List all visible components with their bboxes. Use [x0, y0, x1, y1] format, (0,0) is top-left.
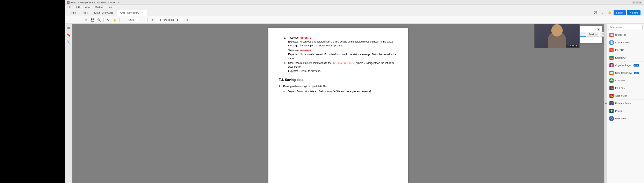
tools-icon-button[interactable]: ⊞	[184, 17, 190, 23]
toolbar-separator-4	[148, 18, 148, 22]
tool-more-tools[interactable]: ⚙️ More Tools	[607, 115, 644, 122]
organize-pages-icon: 📋	[610, 63, 614, 67]
tool-send-for-review[interactable]: ✉️ Send for Review NEW	[607, 69, 644, 77]
cursor-tool-button[interactable]: ↖	[105, 17, 111, 23]
comment-icon: 💬	[610, 78, 614, 83]
item-c-label: Test case:	[288, 49, 300, 52]
tool-adobe-sign[interactable]: ✍️ Adobe Sign	[607, 92, 644, 100]
next-page-button[interactable]: ⬇	[175, 17, 180, 23]
item-d-italic: {give more}	[288, 65, 301, 68]
attachment-panel-button[interactable]: 📎	[66, 39, 72, 45]
tab-igrad-guide[interactable]: iGrad - User Guide	[91, 10, 116, 16]
restore-button[interactable]: □	[636, 1, 638, 4]
prev-page-button[interactable]: ⬆	[149, 17, 155, 23]
collapse-arrow-icon: ◀	[605, 102, 606, 104]
item-c-expected: Expected: No module is deleted. Error de…	[288, 53, 396, 60]
thumbnail-panel-button[interactable]: ⊞	[66, 25, 72, 31]
item-b-content: Test case: delete 1 Expected: First modu…	[288, 36, 398, 48]
comment-label: Comment	[615, 79, 625, 82]
menu-edit[interactable]: Edit	[75, 5, 81, 9]
item-b-prefix: b.	[284, 36, 286, 48]
pdf-content: b. Test case: delete 1 Expected: First m…	[279, 36, 398, 94]
webcam-overlay: Xin Rei Ng	[534, 24, 580, 48]
item-c-code: delete 0	[300, 49, 312, 52]
menu-file[interactable]: File	[67, 5, 72, 9]
menu-help[interactable]: Help	[107, 5, 113, 9]
search-toolbar-button[interactable]: 🔍	[96, 17, 102, 23]
item-b-label: Test case:	[288, 36, 300, 39]
tool-enhance-scans[interactable]: 🔆 Enhance Scans	[607, 100, 644, 107]
tool-organize-pages[interactable]: 📋 Organize Pages NEW	[607, 62, 644, 69]
find-previous-button[interactable]: Previous	[587, 32, 599, 36]
enhance-scans-label: Enhance Scans	[615, 102, 631, 105]
back-button[interactable]: ←	[67, 17, 73, 23]
f3-sub-item-a: a. {explain how to simulate a missing/co…	[283, 90, 371, 93]
page-number-input[interactable]	[156, 18, 163, 22]
notification-button[interactable]: 🔔	[606, 10, 612, 16]
fill-sign-icon: ✒️	[610, 86, 614, 90]
find-next-button[interactable]: Next	[600, 32, 604, 36]
sign-in-button[interactable]: Sign In	[614, 10, 626, 15]
tool-combine-files[interactable]: 📑 Combine Files	[607, 39, 644, 46]
right-sidebar-collapse-handle[interactable]: ◀	[604, 24, 607, 183]
f3-item-1-text: Dealing with missing/corrupted data file…	[283, 85, 328, 88]
zoom-in-button[interactable]: +	[140, 17, 146, 23]
webcam-name-label: Xin Rei Ng	[568, 45, 578, 47]
more-tools-icon: ⚙️	[610, 116, 614, 121]
left-black-area	[0, 0, 65, 183]
share-button[interactable]: ↗ Share	[627, 10, 640, 15]
more-tools-label: More Tools	[615, 117, 626, 120]
close-button[interactable]: ✕	[639, 1, 642, 4]
tool-create-pdf[interactable]: 📄 Create PDF	[607, 31, 644, 39]
hand-tool-button[interactable]: ✋	[112, 17, 118, 23]
title-bar-left: A iGrad - Developer Guide - Adobe Acroba…	[67, 1, 120, 4]
item-c-prefix: c.	[284, 49, 286, 61]
tool-fill-sign[interactable]: ✒️ Fill & Sign	[607, 84, 644, 92]
comment-icon-button[interactable]: 💬	[592, 10, 598, 16]
f3-sub-a-text: {explain how to simulate a missing/corru…	[288, 90, 371, 93]
item-b-code: delete 1	[300, 36, 312, 39]
toolbar-separator-3	[119, 18, 120, 22]
menu-view[interactable]: View	[84, 5, 91, 9]
bookmark-panel-button[interactable]: 🔖	[66, 32, 72, 38]
menu-window[interactable]: Window	[94, 5, 104, 9]
title-bar: A iGrad - Developer Guide - Adobe Acroba…	[65, 0, 644, 5]
export-pdf-label: Export PDF	[615, 56, 627, 59]
window-controls: – □ ✕	[632, 1, 642, 4]
forward-button[interactable]: →	[74, 17, 80, 23]
tool-protect[interactable]: 🛡️ Protect	[607, 107, 644, 115]
pdf-view-area[interactable]: Xin Rei Ng Find ✕ Previous Next ▶ Replac…	[72, 24, 604, 183]
toolbar-separator-1	[81, 18, 81, 22]
organize-pages-label: Organize Pages	[615, 64, 632, 67]
list-item-c: c. Test case: delete 0 Expected: No modu…	[284, 49, 398, 61]
tab-igrad-dev[interactable]: iGrad - Developer ... ✕	[116, 10, 147, 16]
save-button[interactable]: 💾	[90, 17, 95, 23]
zoom-input[interactable]	[128, 18, 139, 22]
tab-home[interactable]: Home	[67, 10, 79, 16]
tab-igrad-dev-label: iGrad - Developer ...	[120, 11, 140, 14]
combine-files-icon: 📑	[610, 40, 614, 45]
search-tools-wrapper	[607, 24, 644, 31]
minimize-button[interactable]: –	[632, 1, 635, 4]
toolbar-separator-2	[104, 18, 104, 22]
fill-sign-label: Fill & Sign	[615, 87, 626, 89]
help-button[interactable]: ?	[600, 10, 605, 16]
search-tools-input[interactable]	[608, 25, 642, 30]
combine-files-label: Combine Files	[615, 41, 630, 44]
tab-tools[interactable]: Tools	[79, 10, 91, 16]
nav-tab-bar: Home Tools iGrad - User Guide iGrad - De…	[65, 9, 644, 16]
main-window: A iGrad - Developer Guide - Adobe Acroba…	[65, 0, 644, 183]
toolbar-separator-5	[182, 18, 182, 22]
print-button[interactable]: 🖨	[83, 17, 89, 23]
tool-export-pdf[interactable]: 📤 Export PDF	[607, 54, 644, 62]
left-sidebar: ⊞ 🔖 📎	[65, 24, 72, 183]
tab-close-icon[interactable]: ✕	[141, 11, 144, 14]
zoom-out-button[interactable]: −	[121, 17, 127, 23]
tool-comment[interactable]: 💬 Comment	[607, 77, 644, 84]
item-b-expected: Expected: First module is deleted from t…	[288, 40, 393, 47]
create-pdf-icon: 📄	[610, 33, 614, 37]
tool-edit-pdf[interactable]: ✏️ Edit PDF	[607, 46, 644, 54]
find-panel-close-button[interactable]: ✕	[597, 27, 600, 31]
page-total-label: (49 of 49)	[164, 19, 174, 21]
webcam-video: Xin Rei Ng	[535, 24, 579, 48]
